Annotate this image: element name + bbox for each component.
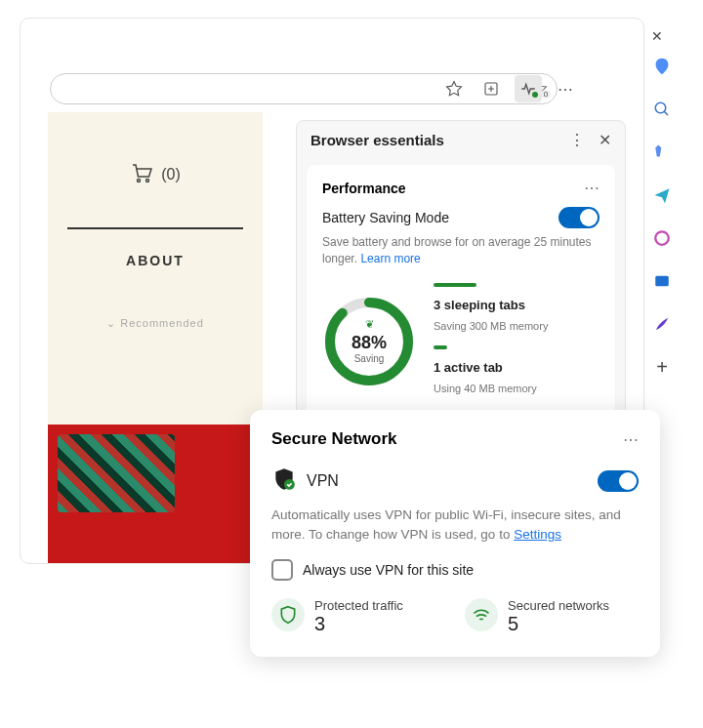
vpn-settings-link[interactable]: Settings [514,527,561,542]
svg-point-6 [655,231,669,245]
close-window-button[interactable]: ✕ [650,29,664,43]
saving-gauge: ❦ 88% Saving [322,295,416,388]
sleeping-tabs-sub: Saving 300 MB memory [434,320,548,332]
copilot-icon[interactable] [650,55,674,78]
battery-mode-label: Battery Saving Mode [322,210,449,225]
always-vpn-checkbox[interactable] [271,559,293,581]
performance-more-icon[interactable]: ⋯ [584,179,600,197]
protected-label: Protected traffic [314,598,403,613]
secure-title: Secure Network [271,429,397,449]
secure-network-card: Secure Network ⋯ VPN Automatically uses … [250,410,660,657]
sleeping-tabs-title: 3 sleeping tabs [434,298,548,312]
secure-description: Automatically uses VPN for public Wi-Fi,… [271,506,639,546]
always-vpn-label: Always use VPN for this site [303,562,474,578]
leaf-icon: ❦ [365,318,374,331]
secure-more-icon[interactable]: ⋯ [623,430,639,449]
svg-point-5 [655,102,666,113]
office-rail-icon[interactable] [650,226,674,250]
browser-essentials-icon[interactable] [515,75,542,102]
secured-label: Secured networks [508,598,609,613]
favorites-icon[interactable] [440,75,468,102]
send-rail-icon[interactable] [650,183,674,207]
learn-more-link[interactable]: Learn more [360,252,420,265]
secured-networks-icon [465,598,498,631]
shopping-rail-icon[interactable] [650,141,674,164]
browser-essentials-panel: Browser essentials ⋮ ✕ Performance ⋯ Bat… [296,120,626,430]
search-rail-icon[interactable] [650,98,674,121]
add-rail-icon[interactable]: + [650,355,674,379]
cart-icon[interactable] [130,161,153,188]
outlook-rail-icon[interactable] [650,269,674,293]
svg-point-2 [146,180,149,182]
more-menu-icon[interactable]: ⋯ [552,75,579,102]
svg-rect-7 [655,276,669,287]
secured-value: 5 [508,613,609,635]
about-link[interactable]: ABOUT [48,253,263,268]
side-rail: + [650,55,674,379]
active-tab-sub: Using 40 MB memory [434,383,548,394]
divider [67,227,243,229]
gauge-sublabel: Saving [354,353,385,364]
brush-rail-icon[interactable] [650,312,674,336]
recommended-label: Recommended [48,317,263,330]
cart-count: (0) [161,166,181,183]
page-content: (0) ABOUT Recommended [48,112,263,564]
collections-icon[interactable] [477,75,505,102]
protected-value: 3 [314,613,403,635]
battery-mode-toggle[interactable] [558,207,600,228]
performance-title: Performance [322,181,406,196]
vpn-label: VPN [307,472,339,490]
panel-close-icon[interactable]: ✕ [599,131,611,149]
panel-more-icon[interactable]: ⋮ [569,131,585,149]
performance-card: Performance ⋯ Battery Saving Mode Save b… [307,165,615,418]
sleeping-bar [434,283,476,287]
panel-title: Browser essentials [310,132,444,148]
vpn-shield-icon [271,466,297,496]
performance-description: Save battery and browse for on average 2… [322,234,600,267]
gauge-percent: 88% [352,333,387,353]
protected-traffic-icon [271,598,305,631]
vpn-toggle[interactable] [598,470,639,492]
svg-point-1 [138,180,141,182]
product-image [48,425,263,564]
active-bar [434,345,447,349]
active-tab-title: 1 active tab [434,360,548,375]
